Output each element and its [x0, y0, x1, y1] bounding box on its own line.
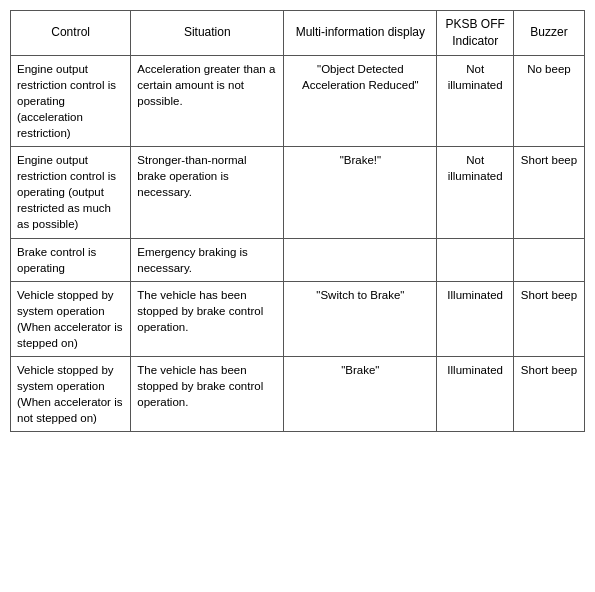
cell-pksb-1: Not illuminated [437, 147, 514, 238]
cell-situation-0: Acceleration greater than a certain amou… [131, 55, 284, 146]
cell-pksb-4: Illuminated [437, 357, 514, 432]
table-row: Brake control is operatingEmergency brak… [11, 238, 585, 281]
header-situation: Situation [131, 11, 284, 56]
cell-control-3: Vehicle stopped by system operation (Whe… [11, 281, 131, 356]
cell-buzzer-0: No beep [513, 55, 584, 146]
cell-buzzer-1: Short beep [513, 147, 584, 238]
cell-buzzer-3: Short beep [513, 281, 584, 356]
header-pksb: PKSB OFF Indicator [437, 11, 514, 56]
cell-pksb-3: Illuminated [437, 281, 514, 356]
cell-display-0: "Object Detected Acceleration Reduced" [284, 55, 437, 146]
cell-pksb-0: Not illuminated [437, 55, 514, 146]
table-row: Vehicle stopped by system operation (Whe… [11, 281, 585, 356]
header-control: Control [11, 11, 131, 56]
cell-display-2 [284, 238, 437, 281]
cell-buzzer-4: Short beep [513, 357, 584, 432]
cell-pksb-2 [437, 238, 514, 281]
cell-situation-1: Stronger-than-normal brake operation is … [131, 147, 284, 238]
header-display: Multi-information display [284, 11, 437, 56]
cell-situation-4: The vehicle has been stopped by brake co… [131, 357, 284, 432]
cell-buzzer-2 [513, 238, 584, 281]
cell-display-4: "Brake" [284, 357, 437, 432]
cell-situation-2: Emergency braking is necessary. [131, 238, 284, 281]
table-row: Vehicle stopped by system operation (Whe… [11, 357, 585, 432]
header-buzzer: Buzzer [513, 11, 584, 56]
cell-control-0: Engine output restriction control is ope… [11, 55, 131, 146]
cell-situation-3: The vehicle has been stopped by brake co… [131, 281, 284, 356]
cell-display-1: "Brake!" [284, 147, 437, 238]
cell-control-1: Engine output restriction control is ope… [11, 147, 131, 238]
cell-control-4: Vehicle stopped by system operation (Whe… [11, 357, 131, 432]
table-row: Engine output restriction control is ope… [11, 147, 585, 238]
cell-control-2: Brake control is operating [11, 238, 131, 281]
cell-display-3: "Switch to Brake" [284, 281, 437, 356]
table-row: Engine output restriction control is ope… [11, 55, 585, 146]
